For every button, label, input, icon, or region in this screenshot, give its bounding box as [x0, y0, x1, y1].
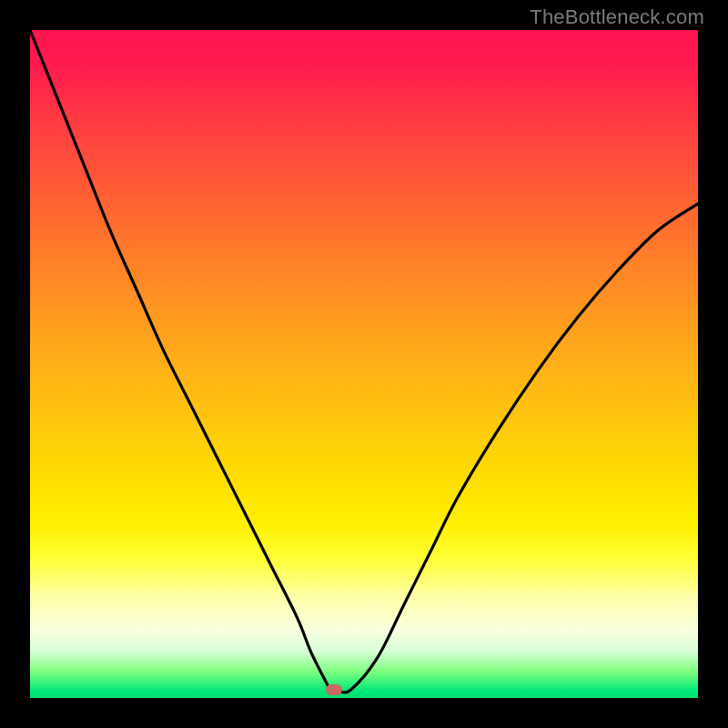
chart-frame: TheBottleneck.com — [0, 0, 728, 728]
minimum-marker — [326, 684, 342, 695]
plot-area — [30, 30, 698, 698]
watermark-text: TheBottleneck.com — [530, 5, 704, 29]
bottleneck-curve — [30, 30, 698, 698]
